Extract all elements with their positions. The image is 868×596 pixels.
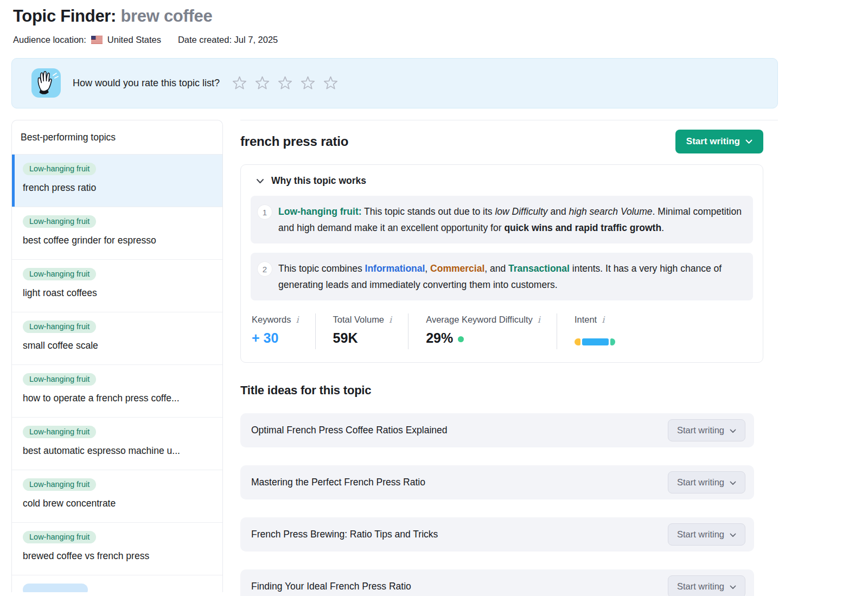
topic-badge: Low-hanging fruit <box>23 215 96 228</box>
rating-stars <box>232 75 339 91</box>
intent-segment <box>582 338 609 345</box>
intent-segment <box>610 338 615 345</box>
title-ideas-heading: Title ideas for this topic <box>240 383 778 398</box>
keywords-value: + 30 <box>252 330 299 346</box>
title-ideas-list: Optimal French Press Coffee Ratios Expla… <box>240 413 778 596</box>
topic-badge: Low-hanging fruit <box>23 426 96 438</box>
us-flag-icon <box>91 36 103 44</box>
topic-list-item[interactable]: Low-hanging fruitbest coffee grinder for… <box>12 207 222 259</box>
info-icon[interactable]: i <box>538 315 540 325</box>
topic-label: brewed coffee vs french press <box>23 550 214 562</box>
why-topic-works-card: Why this topic works 1Low-hanging fruit:… <box>240 164 763 363</box>
topic-list-item[interactable]: Low-hanging fruitbrewed coffee vs french… <box>12 522 222 575</box>
page-title-prefix: Topic Finder: <box>13 7 120 25</box>
rating-question: How would you rate this topic list? <box>73 78 220 89</box>
topic-badge: Low-hanging fruit <box>23 531 96 543</box>
metric-intent: Intenti <box>557 313 631 349</box>
chevron-down-icon <box>730 477 736 488</box>
chevron-down-icon <box>730 425 736 435</box>
title-idea-text: Optimal French Press Coffee Ratios Expla… <box>251 425 448 436</box>
metric-keywords: Keywordsi + 30 <box>252 313 316 349</box>
page-title: Topic Finder: brew coffee <box>11 7 868 26</box>
metrics-row: Keywordsi + 30 Total Volumei 59K Average… <box>251 313 753 349</box>
topic-detail-header: french press ratio Start writing <box>240 130 778 153</box>
why-point: 2This topic combines Informational, Comm… <box>251 253 753 300</box>
star-icon[interactable] <box>300 75 316 91</box>
why-topic-works-title: Why this topic works <box>271 175 366 187</box>
metric-total-volume: Total Volumei 59K <box>316 313 409 349</box>
chevron-down-icon <box>256 176 264 186</box>
why-points: 1Low-hanging fruit: This topic stands ou… <box>251 196 753 300</box>
intent-distribution-bar <box>575 338 615 345</box>
info-icon[interactable]: i <box>602 315 604 325</box>
title-idea-row: Finding Your Ideal French Press RatioSta… <box>240 569 754 596</box>
keyword-difficulty-label: Average Keyword Difficulty <box>426 315 533 325</box>
start-writing-label: Start writing <box>677 477 724 488</box>
start-writing-button[interactable]: Start writing <box>675 130 763 153</box>
start-writing-label: Start writing <box>686 136 740 147</box>
topic-list-item[interactable]: Low-hanging fruithow to operate a french… <box>12 364 222 417</box>
title-idea-row: Optimal French Press Coffee Ratios Expla… <box>240 413 754 447</box>
why-topic-works-header[interactable]: Why this topic works <box>251 175 753 187</box>
point-number: 1 <box>258 205 272 219</box>
keyword-difficulty-value: 29% <box>426 330 453 346</box>
topic-list-item[interactable]: Low-hanging fruitcold brew concentrate <box>12 470 222 522</box>
topic-badge: Low-hanging fruit <box>23 268 96 280</box>
title-idea-text: Mastering the Perfect French Press Ratio <box>251 477 425 488</box>
topic-badge: Low-hanging fruit <box>23 373 96 386</box>
star-icon[interactable] <box>232 75 247 91</box>
topic-label: light roast coffees <box>23 287 214 299</box>
page-subheader: Audience location: United States Date cr… <box>11 35 868 45</box>
title-idea-text: Finding Your Ideal French Press Ratio <box>251 581 411 592</box>
start-writing-idea-button[interactable]: Start writing <box>668 471 745 494</box>
why-point: 1Low-hanging fruit: This topic stands ou… <box>251 196 753 243</box>
topic-label: best automatic espresso machine u... <box>23 445 214 457</box>
chevron-down-icon <box>745 136 752 147</box>
topic-label: french press ratio <box>23 182 214 194</box>
topic-list-item[interactable]: Low-hanging fruitbest automatic espresso… <box>12 417 222 470</box>
topic-finder-page: Topic Finder: brew coffee Audience locat… <box>0 0 868 596</box>
topic-list-item[interactable]: Low-hanging fruitlight roast coffees <box>12 259 222 312</box>
topic-label: cold brew concentrate <box>23 498 214 509</box>
point-text: Low-hanging fruit: This topic stands out… <box>278 203 742 236</box>
point-text: This topic combines Informational, Comme… <box>278 260 742 293</box>
page-title-query: brew coffee <box>120 7 212 25</box>
topic-list-item[interactable]: Low-hanging fruitsmall coffee scale <box>12 312 222 364</box>
start-writing-idea-button[interactable]: Start writing <box>668 419 745 441</box>
metric-keyword-difficulty: Average Keyword Difficultyi 29% <box>409 313 557 349</box>
topic-list: Low-hanging fruitfrench press ratioLow-h… <box>12 154 222 592</box>
total-volume-value: 59K <box>333 330 392 346</box>
selected-topic-title: french press ratio <box>240 134 348 149</box>
topic-label: how to operate a french press coffe... <box>23 393 214 404</box>
topic-label: best coffee grinder for espresso <box>23 235 214 246</box>
chevron-down-icon <box>730 529 736 540</box>
info-icon[interactable]: i <box>389 315 392 325</box>
star-icon[interactable] <box>323 75 339 91</box>
difficulty-status-dot <box>458 336 464 342</box>
topic-badge: Low-hanging fruit <box>23 321 96 333</box>
total-volume-label: Total Volume <box>333 315 384 325</box>
title-idea-text: French Press Brewing: Ratio Tips and Tri… <box>251 529 438 540</box>
info-icon[interactable]: i <box>296 315 298 325</box>
topic-label: small coffee scale <box>23 340 214 351</box>
audience-location-value: United States <box>107 35 161 45</box>
topic-list-item[interactable]: Low-hanging fruitfrench press ratio <box>12 154 222 207</box>
audience-location-label: Audience location: <box>13 35 86 45</box>
star-icon[interactable] <box>277 75 293 91</box>
topic-list-item[interactable] <box>12 575 222 592</box>
topic-badge <box>23 584 88 592</box>
title-idea-row: French Press Brewing: Ratio Tips and Tri… <box>240 517 754 552</box>
start-writing-idea-button[interactable]: Start writing <box>668 575 745 596</box>
start-writing-label: Start writing <box>677 529 724 540</box>
topic-badge: Low-hanging fruit <box>23 478 96 491</box>
keywords-label: Keywords <box>252 315 291 325</box>
topic-badge: Low-hanging fruit <box>23 163 96 175</box>
star-icon[interactable] <box>254 75 270 91</box>
topic-detail-panel: french press ratio Start writing Why thi… <box>240 120 778 596</box>
start-writing-label: Start writing <box>677 581 724 592</box>
chevron-down-icon <box>730 581 736 592</box>
intent-label: Intent <box>575 315 597 325</box>
waving-hand-icon <box>31 68 61 99</box>
best-performing-topics-panel: Best-performing topics Low-hanging fruit… <box>11 120 223 592</box>
start-writing-idea-button[interactable]: Start writing <box>668 523 745 546</box>
